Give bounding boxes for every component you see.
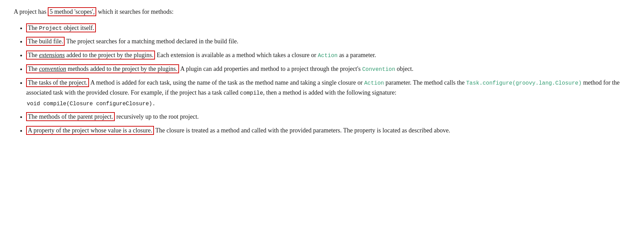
item-rest-convention: A plugin can add properties and method t… (179, 65, 413, 72)
list-item: The extensions added to the project by t… (26, 50, 630, 61)
item-highlight-build-file: The build file. (26, 37, 65, 46)
list-item: A property of the project whose value is… (26, 126, 630, 136)
item-code-block-tasks: void compile(Closure configureClosure). (27, 99, 630, 108)
item-highlight-property-closure: A property of the project whose value is… (26, 126, 154, 135)
item-highlight-extensions: The extensions added to the project by t… (26, 51, 155, 60)
intro-highlight: 5 method 'scopes', (48, 7, 96, 16)
intro-paragraph: A project has 5 method 'scopes', which i… (14, 7, 630, 17)
list-item: The convention methods added to the proj… (26, 64, 630, 74)
item-rest-build-file: The project searches for a matching meth… (65, 38, 238, 45)
item-rest-tasks: A method is added for each task, using t… (26, 79, 620, 96)
item-rest-property-closure: The closure is treated as a method and c… (154, 127, 450, 134)
item-rest-parent-project: recursively up to the root project. (115, 113, 199, 120)
list-item: The build file. The project searches for… (26, 36, 630, 47)
item-highlight-project-object: The Project object itself. (26, 23, 96, 32)
list-item: The Project object itself. (26, 23, 630, 33)
intro-text-after: which it searches for methods: (96, 8, 173, 15)
list-item: The tasks of the project. A method is ad… (26, 78, 630, 109)
scopes-list: The Project object itself. The build fil… (14, 23, 630, 136)
item-highlight-parent-project: The methods of the parent project. (26, 112, 115, 121)
item-highlight-tasks: The tasks of the project. (26, 78, 89, 87)
list-item: The methods of the parent project. recur… (26, 112, 630, 122)
intro-text-before: A project has (14, 8, 48, 15)
item-highlight-convention: The convention methods added to the proj… (26, 64, 179, 73)
item-rest-extensions: Each extension is available as a method … (155, 52, 376, 58)
